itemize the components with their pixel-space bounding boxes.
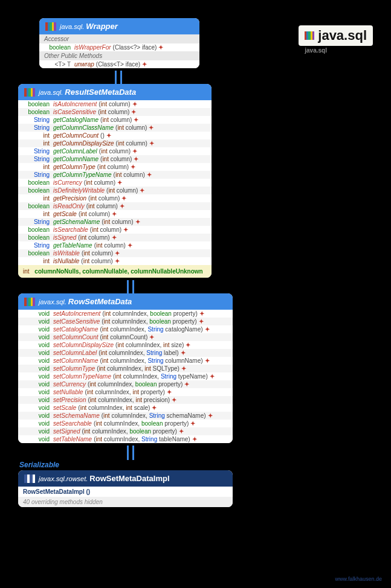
throws-icon: ✦ <box>158 44 163 51</box>
method-params: (int column) <box>78 234 109 241</box>
throws-icon: ✦ <box>140 187 144 194</box>
method-params: (int columnIndex, int scale) <box>78 404 150 411</box>
throws-icon: ✦ <box>106 132 111 139</box>
return-type: void <box>23 381 50 388</box>
method-row: voidsetCatalogName(int columnIndex, Stri… <box>18 325 233 333</box>
return-type: int <box>23 258 50 264</box>
serializable-label: Serializable <box>19 461 373 469</box>
rsmd-constants: int columnNoNulls, columnNullable, colum… <box>18 265 212 278</box>
footer-link[interactable]: www.falkhausen.de <box>335 576 382 582</box>
throws-icon: ✦ <box>149 334 154 340</box>
return-type: void <box>23 389 50 395</box>
method-row: intgetPrecision(int column)✦ <box>18 194 212 202</box>
method-name: isWrapperFor <box>74 44 111 51</box>
interface-icon <box>45 22 56 31</box>
method-row: booleanisReadOnly(int column)✦ <box>18 202 212 210</box>
throws-icon: ✦ <box>149 140 154 147</box>
method-row: voidsetSigned(int columnIndex, boolean p… <box>18 427 233 435</box>
rowset-name: RowSetMetaData <box>68 297 132 306</box>
method-row: intgetScale(int column)✦ <box>18 210 212 218</box>
throws-icon: ✦ <box>115 250 120 257</box>
method-params: (int columnIndex, int precision) <box>88 397 170 403</box>
return-type: <T> T <box>44 61 71 68</box>
rowset-header: javax.sql. RowSetMetaData <box>18 293 233 310</box>
return-type: void <box>23 334 50 340</box>
wrapper-name: Wrapper <box>86 22 118 31</box>
return-type: void <box>23 436 50 443</box>
rsmd-header: java.sql. ResultSetMetaData <box>18 84 212 100</box>
method-row: voidsetSchemaName(int columnIndex, Strin… <box>18 412 233 420</box>
method-params: (int column) <box>94 242 126 249</box>
return-type: boolean <box>23 101 50 107</box>
method-name: setSigned <box>53 428 80 435</box>
method-params: (int columnIndex, String schemaName) <box>102 412 206 419</box>
return-type: String <box>23 117 50 123</box>
throws-icon: ✦ <box>131 164 135 170</box>
connector <box>127 280 134 295</box>
constructor-row: RowSetMetaDataImpl () <box>18 487 233 497</box>
method-params: (int column) <box>88 195 120 202</box>
interface-wrapper: java.sql. Wrapper Accessor boolean isWra… <box>39 18 199 68</box>
method-params: (int column) <box>97 164 129 170</box>
method-name: isDefinitelyWritable <box>53 187 105 194</box>
return-type: void <box>23 365 50 372</box>
throws-icon: ✦ <box>167 389 172 395</box>
method-row: intgetColumnDisplaySize(int column)✦ <box>18 139 212 147</box>
method-row: StringgetCatalogName(int column)✦ <box>18 116 212 124</box>
throws-icon: ✦ <box>132 101 137 107</box>
connector <box>127 446 134 460</box>
return-type: String <box>23 156 50 162</box>
method-row: voidsetColumnCount(int columnCount)✦ <box>18 333 233 341</box>
method-name: setColumnDisplaySize <box>53 342 114 348</box>
return-type: void <box>23 342 50 348</box>
return-type: int <box>23 132 50 139</box>
throws-icon: ✦ <box>115 258 120 264</box>
method-name: setCatalogName <box>53 326 98 333</box>
throws-icon: ✦ <box>112 211 117 217</box>
throws-icon: ✦ <box>135 219 140 225</box>
method-row: StringgetSchemaName(int column)✦ <box>18 218 212 226</box>
throws-icon: ✦ <box>199 318 204 325</box>
return-type: boolean <box>23 226 50 233</box>
throws-icon: ✦ <box>181 365 186 372</box>
throws-icon: ✦ <box>172 397 176 403</box>
method-params: (int column) <box>84 179 115 186</box>
interface-icon <box>24 88 35 97</box>
method-row: booleanisWritable(int column)✦ <box>18 249 212 257</box>
method-name: getPrecision <box>53 195 86 202</box>
return-type: void <box>23 404 50 411</box>
method-name: isAutoIncrement <box>53 101 97 107</box>
method-name: getColumnDisplaySize <box>53 140 114 147</box>
method-params: (int columnIndex, boolean property) <box>94 420 189 427</box>
method-params: (int columnIndex, String catalogName) <box>100 326 202 333</box>
method-row: StringgetColumnClassName(int column)✦ <box>18 124 212 132</box>
return-type: boolean <box>23 250 50 257</box>
method-params: (int column) <box>116 140 147 147</box>
method-params: (int columnIndex, String tableName) <box>94 436 190 443</box>
method-params: (int column) <box>106 187 138 194</box>
method-row: voidsetColumnDisplaySize(int columnIndex… <box>18 341 233 349</box>
method-row: intgetColumnType(int column)✦ <box>18 163 212 171</box>
return-type: int <box>23 164 50 170</box>
rowset-pkg: javax.sql. <box>39 298 66 305</box>
overriding-note: 40 overriding methods hidden <box>18 497 233 507</box>
method-params: (int column) <box>115 124 147 131</box>
method-row: voidsetCaseSensitive(int columnIndex, bo… <box>18 318 233 325</box>
section-other: Other Public Methods <box>39 51 199 60</box>
method-name: setNullable <box>53 389 83 395</box>
return-type: boolean <box>23 203 50 209</box>
return-type: void <box>23 350 50 356</box>
method-params: (int columnIndex, boolean property) <box>82 428 176 435</box>
throws-icon: ✦ <box>184 381 189 388</box>
method-params: (int columnCount) <box>100 334 147 340</box>
method-params: (int column) <box>100 156 132 162</box>
method-params: (int columnIndex, boolean property) <box>102 310 197 317</box>
method-row: voidsetCurrency(int columnIndex, boolean… <box>18 380 233 388</box>
impl-pkg: javax.sql.rowset. <box>39 475 88 482</box>
method-name: setColumnCount <box>53 334 98 340</box>
method-row: voidsetAutoIncrement(int columnIndex, bo… <box>18 310 233 318</box>
method-name: isReadOnly <box>53 203 85 209</box>
method-name: isNullable <box>53 258 79 264</box>
method-name: getColumnType <box>53 164 95 170</box>
return-type: String <box>23 148 50 155</box>
